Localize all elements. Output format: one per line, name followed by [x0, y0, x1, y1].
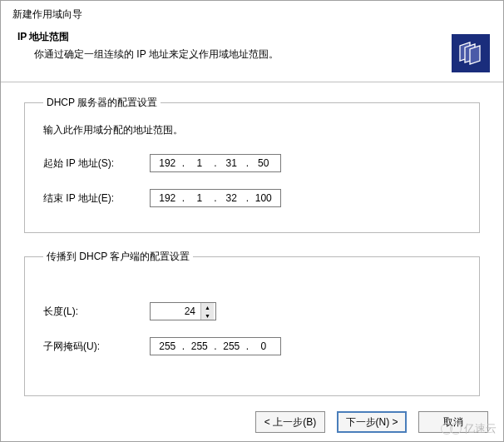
end-ip-label: 结束 IP 地址(E):	[43, 191, 150, 206]
server-settings-legend: DHCP 服务器的配置设置	[43, 96, 161, 110]
start-ip-row: 起始 IP 地址(S): 192. 1. 31. 50	[43, 154, 461, 172]
back-button[interactable]: < 上一步(B)	[255, 411, 325, 433]
page-description: 你通过确定一组连续的 IP 地址来定义作用域地址范围。	[34, 47, 492, 62]
wizard-window: 新建作用域向导 IP 地址范围 你通过确定一组连续的 IP 地址来定义作用域地址…	[0, 0, 504, 442]
wizard-header: 新建作用域向导 IP 地址范围 你通过确定一组连续的 IP 地址来定义作用域地址…	[1, 1, 503, 82]
length-step-down[interactable]: ▼	[201, 311, 214, 320]
wizard-title: 新建作用域向导	[12, 7, 492, 22]
length-input[interactable]	[151, 303, 200, 320]
server-settings-intro: 输入此作用域分配的地址范围。	[43, 123, 461, 137]
subnet-mask-label: 子网掩码(U):	[43, 340, 150, 354]
length-row: 长度(L): ▲ ▼	[43, 302, 461, 320]
end-ip-row: 结束 IP 地址(E): 192. 1. 32. 100	[43, 189, 461, 207]
client-settings-legend: 传播到 DHCP 客户端的配置设置	[43, 250, 193, 264]
length-step-up[interactable]: ▲	[201, 303, 214, 311]
scope-banner-icon	[452, 34, 490, 72]
wizard-body: DHCP 服务器的配置设置 输入此作用域分配的地址范围。 起始 IP 地址(S)…	[1, 82, 503, 421]
subnet-mask-row: 子网掩码(U): 255. 255. 255. 0	[43, 337, 461, 355]
next-button[interactable]: 下一步(N) >	[337, 411, 407, 433]
client-settings-group: 传播到 DHCP 客户端的配置设置 长度(L): ▲ ▼ 子网掩码(U): 25…	[24, 250, 480, 396]
start-ip-label: 起始 IP 地址(S):	[43, 156, 150, 171]
length-label: 长度(L):	[43, 305, 150, 319]
server-settings-group: DHCP 服务器的配置设置 输入此作用域分配的地址范围。 起始 IP 地址(S)…	[24, 96, 480, 233]
cancel-button[interactable]: 取消	[418, 411, 488, 433]
end-ip-input[interactable]: 192. 1. 32. 100	[150, 189, 281, 207]
start-ip-input[interactable]: 192. 1. 31. 50	[150, 154, 281, 172]
length-stepper[interactable]: ▲ ▼	[150, 302, 216, 320]
page-heading: IP 地址范围	[17, 30, 492, 44]
subnet-mask-input[interactable]: 255. 255. 255. 0	[150, 337, 281, 355]
wizard-footer: < 上一步(B) 下一步(N) > 取消	[255, 411, 488, 433]
